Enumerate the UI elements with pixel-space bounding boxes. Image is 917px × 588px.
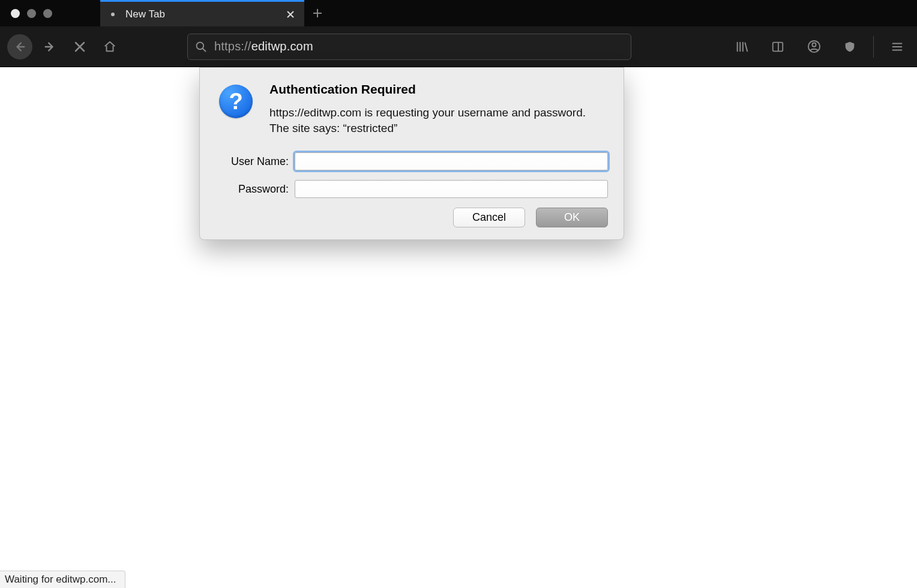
arrow-left-icon (13, 40, 26, 53)
window-minimize-button[interactable] (27, 9, 36, 18)
close-icon (74, 41, 86, 53)
sidebar-icon (771, 40, 784, 53)
status-bar: Waiting for editwp.com... (0, 571, 125, 588)
cancel-button[interactable]: Cancel (453, 208, 525, 227)
svg-point-3 (812, 43, 816, 47)
plus-icon (312, 8, 323, 19)
auth-dialog: ? Authentication Required https://editwp… (199, 67, 624, 240)
url-text: https://editwp.com (214, 40, 313, 53)
library-button[interactable] (729, 34, 754, 59)
close-icon (286, 10, 295, 19)
window-titlebar: New Tab (0, 0, 917, 26)
browser-tab[interactable]: New Tab (100, 0, 304, 26)
window-maximize-button[interactable] (43, 9, 52, 18)
status-text: Waiting for editwp.com... (5, 574, 116, 585)
new-tab-button[interactable] (304, 0, 331, 26)
ok-button[interactable]: OK (536, 208, 608, 227)
sidebar-button[interactable] (765, 34, 790, 59)
url-bar[interactable]: https://editwp.com (187, 34, 631, 60)
shield-icon (843, 40, 856, 53)
page-content: ? Authentication Required https://editwp… (0, 67, 917, 588)
password-label: Password: (215, 183, 295, 196)
account-button[interactable] (801, 34, 826, 59)
username-input[interactable] (295, 152, 608, 170)
tab-loading-indicator-icon (111, 13, 115, 16)
password-input[interactable] (295, 180, 608, 198)
nav-stop-button[interactable] (67, 34, 92, 59)
search-icon (195, 41, 207, 53)
user-circle-icon (807, 40, 821, 53)
dialog-title: Authentication Required (269, 82, 608, 97)
protection-button[interactable] (837, 34, 862, 59)
toolbar-actions (729, 34, 910, 59)
hamburger-icon (891, 40, 904, 53)
tab-title: New Tab (125, 8, 284, 20)
app-menu-button[interactable] (885, 34, 910, 59)
window-controls (0, 9, 52, 18)
home-icon (103, 40, 116, 53)
question-icon: ? (219, 85, 253, 118)
nav-back-button[interactable] (7, 34, 32, 59)
username-label: User Name: (215, 155, 295, 168)
toolbar-divider (873, 36, 874, 58)
nav-home-button[interactable] (97, 34, 122, 59)
tab-close-button[interactable] (284, 8, 297, 21)
library-icon (735, 40, 748, 53)
nav-forward-button[interactable] (37, 34, 62, 59)
arrow-right-icon (43, 40, 56, 53)
dialog-message: https://editwp.com is requesting your us… (269, 105, 608, 136)
window-close-button[interactable] (11, 9, 20, 18)
browser-toolbar: https://editwp.com (0, 26, 917, 67)
tab-strip: New Tab (100, 0, 331, 26)
